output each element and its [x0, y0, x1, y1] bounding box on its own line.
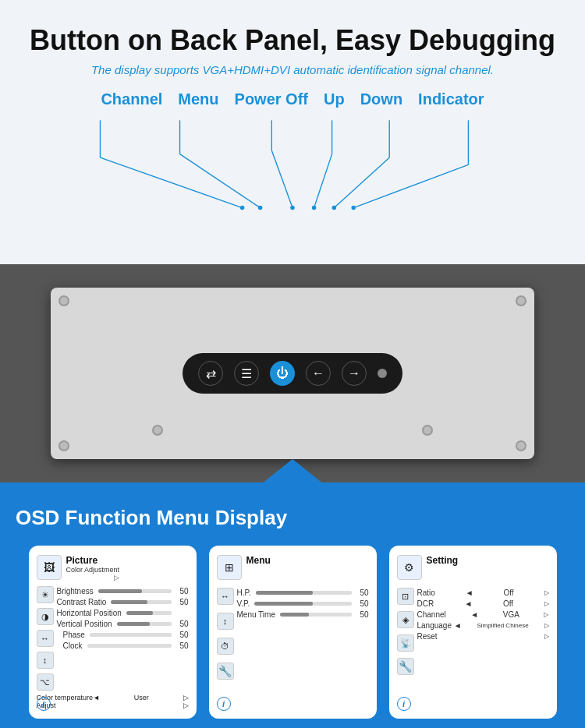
down-button[interactable]: → — [342, 361, 367, 386]
channel-button[interactable]: ⇄ — [198, 361, 223, 386]
svg-line-7 — [271, 150, 292, 208]
screw-br2 — [516, 440, 526, 451]
menu-side-icon1: ↔ — [217, 588, 234, 605]
picture-side-icon4: ↕ — [37, 652, 54, 669]
subtitle: The display supports VGA+HDMI+DVI automa… — [23, 63, 562, 76]
osd-ratio-row: Ratio ◄ Off ▷ — [417, 588, 549, 597]
svg-point-17 — [351, 206, 356, 210]
up-button[interactable]: ← — [306, 361, 331, 386]
info-icon-1: i — [37, 697, 51, 711]
svg-point-8 — [290, 206, 295, 210]
info-icon-3: i — [397, 697, 411, 711]
top-section: Button on Back Panel, Easy Debugging The… — [0, 0, 585, 264]
diagram-area — [23, 108, 562, 264]
menu-button[interactable]: ☰ — [234, 361, 259, 386]
osd-contrast-row: Contrast Ratio 50 — [57, 598, 189, 606]
page-title: Button on Back Panel, Easy Debugging — [23, 23, 562, 57]
card-picture-subtitle: Color Adjustment — [66, 566, 120, 574]
screw-tl — [58, 295, 69, 306]
picture-icon: 🖼 — [37, 555, 62, 580]
label-channel: Channel — [93, 90, 170, 108]
osd-clock-row: Clock 50 — [57, 641, 189, 650]
svg-line-10 — [314, 154, 332, 208]
label-power-off: Power Off — [227, 90, 316, 108]
screw-tr — [516, 295, 526, 306]
osd-cards: 🖼 Picture Color Adjustment ▷ ☀ ◑ ↔ ↕ ⌥ — [16, 546, 569, 719]
card-picture-title: Picture — [66, 555, 120, 566]
osd-vp-row: V.P. 50 — [237, 599, 369, 608]
menu-side-icon4: 🔧 — [217, 663, 234, 680]
labels-row: Channel Menu Power Off Up Down Indicator — [23, 90, 562, 108]
screw-bl1 — [152, 425, 163, 436]
power-button[interactable]: ⏻ — [270, 361, 295, 386]
osd-phase-row: Phase 50 — [57, 631, 189, 639]
menu-card-icon: ⊞ — [217, 555, 242, 580]
osd-colortemp-row: Color temperature◄User▷ — [37, 694, 189, 701]
svg-point-5 — [258, 206, 263, 210]
osd-channel-row: Channel ◄ VGA ▷ — [417, 610, 549, 619]
osd-hp-row: H.P. 50 — [237, 588, 369, 597]
picture-side-icon1: ☀ — [37, 586, 54, 603]
osd-title: OSD Function Menu Display — [16, 506, 569, 530]
osd-adjust-row: Adjust▷ — [37, 701, 189, 709]
osd-section: OSD Function Menu Display 🖼 Picture Colo… — [0, 482, 585, 728]
osd-hpos-row: Horizontal Position — [57, 609, 189, 617]
picture-side-icon5: ⌥ — [37, 673, 54, 691]
subtitle-highlight: VGA+HDMI+DVI — [203, 63, 291, 76]
osd-dcr-row: DCR ◄ Off ▷ — [417, 599, 549, 608]
card-setting-title: Setting — [427, 555, 459, 566]
label-down: Down — [353, 90, 410, 108]
setting-side-icon3: 📡 — [397, 634, 414, 652]
card-menu-title: Menu — [246, 555, 271, 566]
card-menu: ⊞ Menu ↔ ↕ ⏱ 🔧 H.P. 50 V.P. — [209, 546, 377, 719]
setting-side-icon4: 🔧 — [397, 658, 414, 675]
subtitle-pre: The display supports — [91, 63, 203, 76]
info-icon-2: i — [217, 697, 231, 711]
label-indicator: Indicator — [410, 90, 491, 108]
card-setting: ⚙ Setting ⊡ ◈ 📡 🔧 Ratio ◄ Off ▷ — [389, 546, 557, 719]
indicator-dot — [378, 369, 387, 378]
picture-side-icon2: ◑ — [37, 608, 54, 625]
svg-point-2 — [240, 206, 245, 210]
osd-reset-row: Reset ▷ — [417, 632, 549, 641]
svg-point-11 — [312, 206, 317, 210]
svg-line-1 — [100, 157, 242, 207]
label-menu: Menu — [170, 90, 226, 108]
setting-side-icon1: ⊡ — [397, 588, 414, 605]
svg-line-16 — [353, 165, 468, 208]
picture-side-icon3: ↔ — [37, 630, 54, 647]
label-up: Up — [316, 90, 353, 108]
menu-side-icon2: ↕ — [217, 613, 234, 630]
monitor-body: ⇄ ☰ ⏻ ← → — [51, 288, 534, 459]
svg-line-13 — [334, 157, 389, 207]
osd-menutime-row: Menu Time 50 — [237, 610, 369, 619]
menu-side-icon3: ⏱ — [217, 638, 234, 655]
card-picture: 🖼 Picture Color Adjustment ▷ ☀ ◑ ↔ ↕ ⌥ — [29, 546, 197, 719]
osd-brightness-row: Brightness 50 — [57, 587, 189, 595]
button-panel: ⇄ ☰ ⏻ ← → — [183, 353, 402, 394]
svg-point-14 — [332, 206, 337, 210]
monitor-section: ⇄ ☰ ⏻ ← → — [0, 264, 585, 482]
screw-bl2 — [58, 440, 69, 451]
screw-br1 — [422, 425, 433, 436]
osd-language-row: Language ◄ Simplified Chinese ▷ — [417, 621, 549, 630]
card-picture-arrow: ▷ — [66, 574, 120, 581]
subtitle-post: automatic identification signal channel. — [290, 63, 494, 76]
setting-card-icon: ⚙ — [397, 555, 422, 580]
setting-side-icon2: ◈ — [397, 611, 414, 628]
osd-vpos-row: Vertical Position 50 — [57, 620, 189, 628]
